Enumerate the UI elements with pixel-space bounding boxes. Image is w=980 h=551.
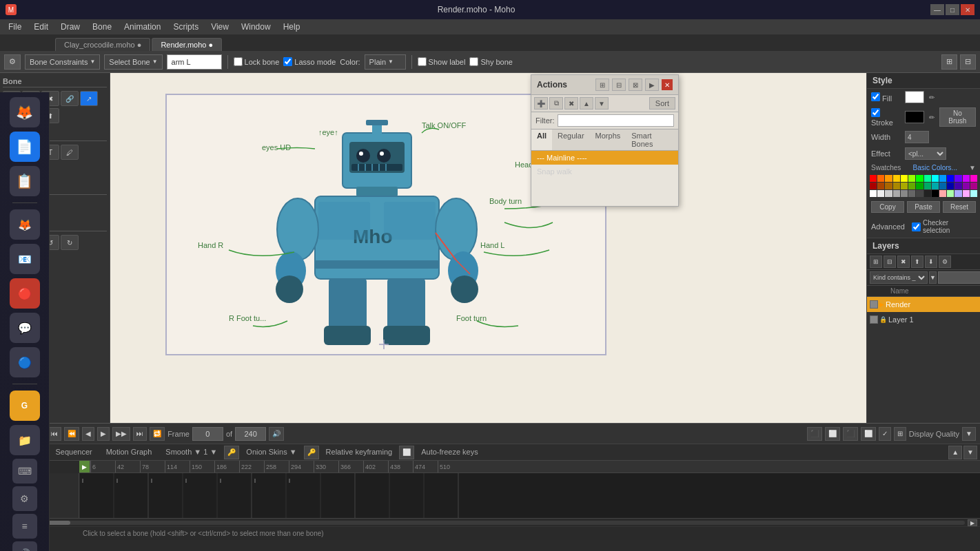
color-black[interactable] <box>932 190 939 197</box>
taskbar-app-render[interactable]: 📄 <box>10 132 40 162</box>
action-tab-all[interactable]: All <box>531 129 552 150</box>
taskbar-app-docum[interactable]: 📁 <box>10 425 40 455</box>
tl-keyframe-btn2[interactable]: 🔑 <box>304 446 319 459</box>
tool-ws-4[interactable]: ↻ <box>61 235 79 250</box>
tl-prev-btn[interactable]: ⏪ <box>64 427 79 441</box>
color-dropdown[interactable]: Plain ▼ <box>365 54 406 70</box>
toolbar-mode-icon[interactable]: ⚙ <box>4 54 21 70</box>
color-brown[interactable] <box>877 183 884 189</box>
taskbar-app-untitled[interactable]: 📋 <box>10 166 40 196</box>
layer-btn-6[interactable]: ⚙ <box>939 256 951 268</box>
color-dark-yellow-green[interactable] <box>908 183 915 189</box>
color-dark-gray-1[interactable] <box>908 190 915 197</box>
layer-btn-1[interactable]: ⊞ <box>870 256 882 268</box>
tool-layer-4[interactable]: 🖊 <box>61 145 79 160</box>
menu-bone[interactable]: Bone <box>87 21 117 33</box>
action-tab-smart-bones[interactable]: Smart Bones <box>626 129 678 150</box>
select-bone-dropdown[interactable]: Select Bone ▼ <box>104 54 162 70</box>
copy-button[interactable]: Copy <box>871 201 904 213</box>
frame-input[interactable] <box>192 427 223 441</box>
lock-bone-checkbox[interactable]: Lock bone <box>234 57 280 66</box>
menu-file[interactable]: File <box>3 21 27 33</box>
lasso-mode-checkbox[interactable]: Lasso mode <box>283 57 336 66</box>
color-bright-yellow[interactable] <box>901 175 908 182</box>
filter-input[interactable] <box>558 114 675 127</box>
menu-window[interactable]: Window <box>236 21 276 33</box>
layer-btn-5[interactable]: ⬇ <box>925 256 937 268</box>
action-item-snap-walk[interactable]: Snap walk <box>531 165 678 178</box>
color-dark-gray-2[interactable] <box>916 190 923 197</box>
tl-quality-btn-3[interactable]: ⬛ <box>843 427 858 441</box>
color-light-cyan[interactable] <box>970 190 977 197</box>
tab-render[interactable]: Render.moho ● <box>152 38 222 51</box>
actions-close-button[interactable]: ✕ <box>662 79 673 90</box>
actions-down-button[interactable]: ▼ <box>595 97 609 110</box>
fill-color-swatch[interactable] <box>905 91 924 103</box>
taskbar-app-chrome[interactable]: 🔴 <box>10 278 40 309</box>
color-light-magenta[interactable] <box>963 190 970 197</box>
tl-sound-btn[interactable]: 🔊 <box>269 427 284 441</box>
tl-quality-icon[interactable]: ⊞ <box>894 427 906 441</box>
actions-add-button[interactable]: ➕ <box>534 97 548 110</box>
color-dark-indigo[interactable] <box>955 183 961 189</box>
color-light-green[interactable] <box>947 190 954 197</box>
color-cyan[interactable] <box>932 175 939 182</box>
layer-visibility-layer1[interactable] <box>870 315 878 324</box>
tl-tab-onion-skins[interactable]: Onion Skins ▼ <box>239 446 303 459</box>
taskbar-settings-icon[interactable]: ⚙ <box>12 486 37 511</box>
color-olive[interactable] <box>901 183 908 189</box>
layer-visibility-render[interactable] <box>870 300 878 309</box>
tl-fwd-btn[interactable]: ▶▶ <box>112 427 130 441</box>
actions-dup-button[interactable]: ⧉ <box>549 97 563 110</box>
action-tab-morphs[interactable]: Morphs <box>590 129 626 150</box>
tl-play-btn[interactable]: ▶ <box>97 427 110 441</box>
menu-animation[interactable]: Animation <box>119 21 166 33</box>
menu-help[interactable]: Help <box>278 21 306 33</box>
menu-draw[interactable]: Draw <box>55 21 85 33</box>
layer-btn-3[interactable]: ✖ <box>897 256 910 268</box>
color-light-red[interactable] <box>939 190 946 197</box>
maximize-button[interactable]: □ <box>946 4 959 15</box>
width-input[interactable] <box>905 131 929 143</box>
total-frames-input[interactable] <box>235 427 266 441</box>
color-blue[interactable] <box>947 175 954 182</box>
color-dark-teal[interactable] <box>924 183 931 189</box>
color-sky-blue[interactable] <box>939 175 946 182</box>
menu-view[interactable]: View <box>205 21 234 33</box>
fill-checkbox[interactable] <box>871 92 880 101</box>
actions-up-button[interactable]: ▲ <box>580 97 593 110</box>
color-indigo[interactable] <box>955 175 961 182</box>
color-orange-red[interactable] <box>877 175 884 182</box>
layer-btn-4[interactable]: ⬆ <box>911 256 923 268</box>
scroll-track[interactable] <box>15 521 965 525</box>
tl-keyframe-btn[interactable]: 🔑 <box>224 446 239 459</box>
layer-row-layer1[interactable]: 🔒 Layer 1 <box>867 312 980 327</box>
scroll-right-btn[interactable]: ▶ <box>968 519 977 526</box>
color-medium-gray[interactable] <box>893 190 900 197</box>
color-gray[interactable] <box>901 190 908 197</box>
actions-btn-4[interactable]: ▶ <box>645 79 659 91</box>
actions-btn-1[interactable]: ⊞ <box>595 79 609 91</box>
sort-button[interactable]: Sort <box>649 97 675 110</box>
taskbar-keyboard-icon[interactable]: ⌨ <box>12 459 37 484</box>
layer-btn-2[interactable]: ⊟ <box>884 256 896 268</box>
tool-bone-5[interactable]: ↗ <box>80 91 98 106</box>
kind-filter-btn[interactable]: ▼ <box>929 271 937 284</box>
tl-rel-keyframe-toggle[interactable]: ⬜ <box>399 446 414 459</box>
color-red[interactable] <box>870 175 877 182</box>
color-orange[interactable] <box>885 175 892 182</box>
tl-quality-btn-4[interactable]: ⬜ <box>861 427 876 441</box>
color-yellow[interactable] <box>893 175 900 182</box>
display-quality-dropdown[interactable]: ▼ <box>962 427 976 441</box>
bone-constraints-dropdown[interactable]: Bone Constraints ▼ <box>25 54 100 70</box>
tl-loop-btn[interactable]: 🔁 <box>150 427 165 441</box>
color-dark-sky-blue[interactable] <box>939 183 946 189</box>
action-tab-regular[interactable]: Regular <box>552 129 590 150</box>
color-dark-green[interactable] <box>916 183 923 189</box>
stroke-brush-icon[interactable]: ✏ <box>927 112 937 122</box>
tl-quality-btn-1[interactable]: ⬛ <box>807 427 822 441</box>
color-magenta[interactable] <box>970 175 977 182</box>
show-label-checkbox[interactable]: Show label <box>418 57 466 66</box>
tool-bone-4[interactable]: 🔗 <box>61 91 79 106</box>
taskbar-app-outlook[interactable]: 📧 <box>10 244 40 274</box>
